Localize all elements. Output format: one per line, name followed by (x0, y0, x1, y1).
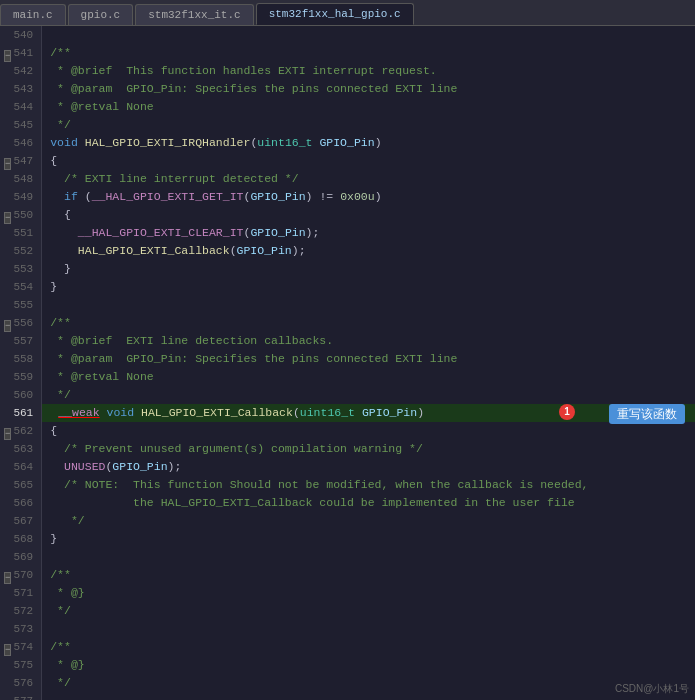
line-number-564: 564 (4, 458, 33, 476)
code-line-542: * @brief This function handles EXTI inte… (42, 62, 695, 80)
code-line-545: */ (42, 116, 695, 134)
code-lines: /** * @brief This function handles EXTI … (42, 26, 695, 700)
code-line-541: /** (42, 44, 695, 62)
line-number-572: 572 (4, 602, 33, 620)
code-line-555 (42, 296, 695, 314)
code-line-552: HAL_GPIO_EXTI_Callback(GPIO_Pin); (42, 242, 695, 260)
fold-indicator[interactable]: − (4, 644, 11, 656)
line-number-540: 540 (4, 26, 33, 44)
code-line-565: /* NOTE: This function Should not be mod… (42, 476, 695, 494)
code-line-562: { (42, 422, 695, 440)
code-line-548: /* EXTI line interrupt detected */ (42, 170, 695, 188)
line-numbers: 540−541542543544545546−547548549−5505515… (0, 26, 42, 700)
editor-container: 540−541542543544545546−547548549−5505515… (0, 26, 695, 700)
line-number-552: 552 (4, 242, 33, 260)
line-number-567: 567 (4, 512, 33, 530)
line-number-553: 553 (4, 260, 33, 278)
rewrite-tooltip-label[interactable]: 重写该函数 (609, 404, 685, 424)
code-line-544: * @retval None (42, 98, 695, 116)
line-number-562: −562 (4, 422, 33, 440)
tab-stm32f1xx_hal_gpio-c[interactable]: stm32f1xx_hal_gpio.c (256, 3, 414, 25)
code-line-575: * @} (42, 656, 695, 674)
code-line-572: */ (42, 602, 695, 620)
code-line-571: * @} (42, 584, 695, 602)
line-number-561: 561 (4, 404, 33, 422)
line-number-543: 543 (4, 80, 33, 98)
fold-indicator[interactable]: − (4, 158, 11, 170)
line-number-569: 569 (4, 548, 33, 566)
line-number-574: −574 (4, 638, 33, 656)
code-line-570: /** (42, 566, 695, 584)
code-line-563: /* Prevent unused argument(s) compilatio… (42, 440, 695, 458)
line-number-577: 577 (4, 692, 33, 700)
code-line-561: __weak void HAL_GPIO_EXTI_Callback(uint1… (42, 404, 695, 422)
line-number-545: 545 (4, 116, 33, 134)
line-number-571: 571 (4, 584, 33, 602)
code-line-553: } (42, 260, 695, 278)
tab-bar: main.cgpio.cstm32f1xx_it.cstm32f1xx_hal_… (0, 0, 695, 26)
code-line-576: */ (42, 674, 695, 692)
code-line-550: { (42, 206, 695, 224)
rewrite-badge[interactable]: 1 (559, 404, 575, 420)
line-number-575: 575 (4, 656, 33, 674)
code-line-543: * @param GPIO_Pin: Specifies the pins co… (42, 80, 695, 98)
line-number-568: 568 (4, 530, 33, 548)
code-line-568: } (42, 530, 695, 548)
line-number-576: 576 (4, 674, 33, 692)
line-number-549: 549 (4, 188, 33, 206)
tab-gpio-c[interactable]: gpio.c (68, 4, 134, 25)
editor-window: main.cgpio.cstm32f1xx_it.cstm32f1xx_hal_… (0, 0, 695, 700)
line-number-541: −541 (4, 44, 33, 62)
fold-indicator[interactable]: − (4, 50, 11, 62)
code-line-556: /** (42, 314, 695, 332)
tab-stm32f1xx_it-c[interactable]: stm32f1xx_it.c (135, 4, 253, 25)
code-line-573 (42, 620, 695, 638)
line-number-547: −547 (4, 152, 33, 170)
code-line-566: the HAL_GPIO_EXTI_Callback could be impl… (42, 494, 695, 512)
code-line-554: } (42, 278, 695, 296)
code-line-540 (42, 26, 695, 44)
line-number-560: 560 (4, 386, 33, 404)
code-line-546: void HAL_GPIO_EXTI_IRQHandler(uint16_t G… (42, 134, 695, 152)
code-line-559: * @retval None (42, 368, 695, 386)
fold-indicator[interactable]: − (4, 572, 11, 584)
code-line-551: __HAL_GPIO_EXTI_CLEAR_IT(GPIO_Pin); (42, 224, 695, 242)
line-number-559: 559 (4, 368, 33, 386)
line-number-550: −550 (4, 206, 33, 224)
line-number-546: 546 (4, 134, 33, 152)
line-number-563: 563 (4, 440, 33, 458)
code-line-558: * @param GPIO_Pin: Specifies the pins co… (42, 350, 695, 368)
line-number-548: 548 (4, 170, 33, 188)
code-line-547: { (42, 152, 695, 170)
code-line-567: */ (42, 512, 695, 530)
line-number-566: 566 (4, 494, 33, 512)
line-number-570: −570 (4, 566, 33, 584)
code-line-549: if (__HAL_GPIO_EXTI_GET_IT(GPIO_Pin) != … (42, 188, 695, 206)
line-number-558: 558 (4, 350, 33, 368)
tab-main-c[interactable]: main.c (0, 4, 66, 25)
line-number-551: 551 (4, 224, 33, 242)
fold-indicator[interactable]: − (4, 428, 11, 440)
code-line-557: * @brief EXTI line detection callbacks. (42, 332, 695, 350)
watermark: CSDN@小林1号 (615, 682, 689, 696)
code-line-569 (42, 548, 695, 566)
fold-indicator[interactable]: − (4, 320, 11, 332)
line-number-565: 565 (4, 476, 33, 494)
line-number-554: 554 (4, 278, 33, 296)
code-line-564: UNUSED(GPIO_Pin); (42, 458, 695, 476)
line-number-557: 557 (4, 332, 33, 350)
line-number-556: −556 (4, 314, 33, 332)
fold-indicator[interactable]: − (4, 212, 11, 224)
line-number-555: 555 (4, 296, 33, 314)
line-number-542: 542 (4, 62, 33, 80)
code-line-577 (42, 692, 695, 700)
line-number-573: 573 (4, 620, 33, 638)
code-area[interactable]: 540−541542543544545546−547548549−5505515… (0, 26, 695, 700)
line-number-544: 544 (4, 98, 33, 116)
code-line-560: */ (42, 386, 695, 404)
code-line-574: /** (42, 638, 695, 656)
